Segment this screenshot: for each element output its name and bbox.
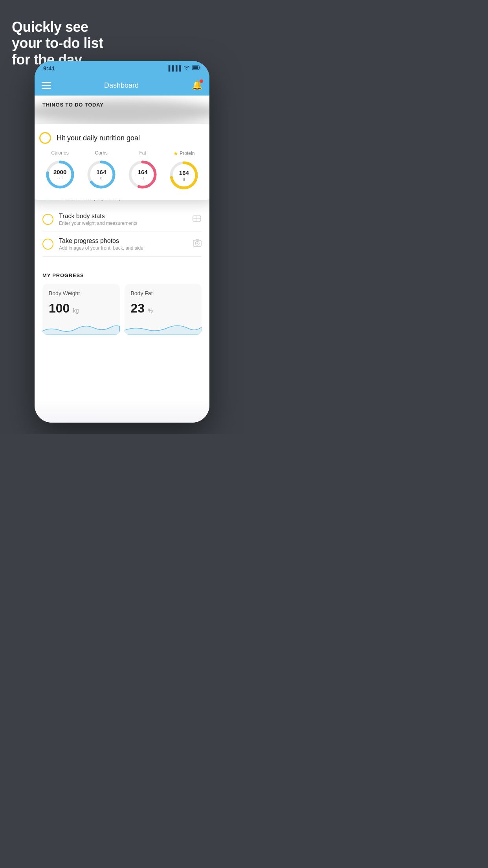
phone-mockup: 9:41 ▐▐▐▐ <box>35 61 209 423</box>
photo-icon <box>193 239 202 250</box>
nav-bar: Dashboard 🔔 <box>35 75 209 96</box>
progress-cards: Body Weight 100 kg Body Fat <box>42 284 202 335</box>
todo-item-photos[interactable]: Take progress photos Add images of your … <box>42 232 202 257</box>
nutrition-protein: ★ Protein 164 g <box>168 150 200 191</box>
nutrition-calories: Calories 2000 cal <box>44 150 76 190</box>
fat-value: 164 <box>138 169 148 176</box>
carbs-value: 164 <box>96 169 106 176</box>
fat-chart: 164 g <box>127 159 158 190</box>
protein-label: Protein <box>180 151 194 156</box>
protein-chart: 164 g <box>168 160 200 191</box>
hamburger-button[interactable] <box>42 82 51 89</box>
body-fat-title: Body Fat <box>131 290 196 296</box>
body-weight-title: Body Weight <box>49 290 114 296</box>
hero-heading: Quickly see your to-do list for the day. <box>12 19 103 68</box>
body-fat-unit: % <box>148 307 153 314</box>
body-fat-wave <box>125 319 202 335</box>
calories-unit: cal <box>53 176 66 180</box>
todo-photos-title: Take progress photos <box>59 237 187 245</box>
hero-line1: Quickly see <box>12 19 88 35</box>
signal-icon: ▐▐▐▐ <box>167 65 181 71</box>
calories-value: 2000 <box>53 169 66 176</box>
carbs-label: Carbs <box>95 150 108 156</box>
nutrition-card: Hit your daily nutrition goal Calories <box>35 124 209 200</box>
nutrition-fat: Fat 164 g <box>127 150 158 190</box>
battery-icon <box>192 65 201 71</box>
body-fat-card[interactable]: Body Fat 23 % <box>125 284 202 335</box>
todo-photos-circle <box>42 239 53 250</box>
body-fat-value-row: 23 % <box>131 301 196 316</box>
todo-item-bodystats[interactable]: Track body stats Enter your weight and m… <box>42 207 202 232</box>
body-weight-value: 100 <box>49 301 70 315</box>
wifi-icon <box>183 65 190 71</box>
notification-bell[interactable]: 🔔 <box>192 80 202 90</box>
protein-value: 164 <box>179 170 189 177</box>
notification-dot <box>200 79 203 83</box>
fat-label: Fat <box>139 150 146 156</box>
body-weight-unit: kg <box>73 307 79 314</box>
body-weight-value-row: 100 kg <box>49 301 114 316</box>
card-title: Hit your daily nutrition goal <box>57 134 140 142</box>
carbs-chart: 164 g <box>86 159 117 190</box>
hero-line2: your to-do list <box>12 35 103 51</box>
fat-unit: g <box>138 176 148 180</box>
todo-bodystats-subtitle: Enter your weight and measurements <box>59 221 187 226</box>
scale-icon <box>192 214 202 225</box>
bottom-fade <box>35 399 209 423</box>
nutrition-carbs: Carbs 164 g <box>86 150 117 190</box>
todo-photos-subtitle: Add images of your front, back, and side <box>59 245 187 251</box>
body-fat-value: 23 <box>131 301 145 315</box>
svg-rect-1 <box>193 66 198 69</box>
status-time: 9:41 <box>43 65 55 72</box>
todo-photos-text: Take progress photos Add images of your … <box>59 237 187 251</box>
nutrition-grid: Calories 2000 cal <box>39 150 205 191</box>
card-shadow <box>35 100 209 123</box>
carbs-unit: g <box>96 176 106 180</box>
svg-point-18 <box>196 243 198 244</box>
todo-bodystats-title: Track body stats <box>59 213 187 220</box>
progress-header: MY PROGRESS <box>42 272 202 278</box>
todo-bodystats-text: Track body stats Enter your weight and m… <box>59 213 187 226</box>
protein-unit: g <box>179 177 189 181</box>
status-icons: ▐▐▐▐ <box>167 65 201 71</box>
calories-chart: 2000 cal <box>44 159 76 190</box>
protein-star-icon: ★ <box>173 150 178 156</box>
todo-bodystats-circle <box>42 214 53 225</box>
progress-section: MY PROGRESS Body Weight 100 kg <box>35 265 209 335</box>
svg-rect-2 <box>200 66 201 68</box>
status-bar: 9:41 ▐▐▐▐ <box>35 61 209 75</box>
body-weight-card[interactable]: Body Weight 100 kg <box>42 284 120 335</box>
card-circle-indicator <box>39 132 51 144</box>
body-weight-wave <box>42 319 120 335</box>
content-area: THINGS TO DO TODAY Hit your daily nutrit… <box>35 96 209 423</box>
nav-title: Dashboard <box>104 81 139 90</box>
calories-label: Calories <box>51 150 69 156</box>
